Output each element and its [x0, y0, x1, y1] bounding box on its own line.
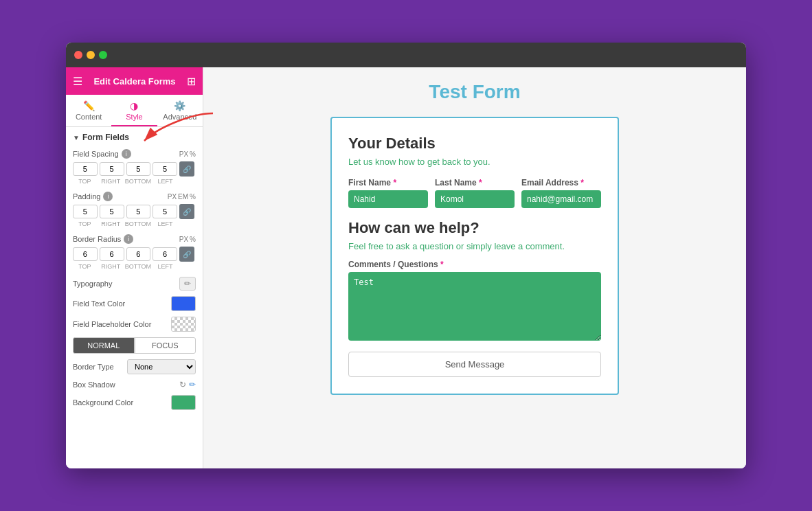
- border-radius-link-btn[interactable]: 🔗: [179, 247, 194, 262]
- padding-unit-group: PX EM %: [168, 193, 196, 201]
- border-radius-inputs: 🔗: [73, 247, 196, 262]
- email-input[interactable]: [521, 190, 601, 208]
- border-radius-side-labels: TOP RIGHT BOTTOM LEFT: [73, 263, 196, 270]
- typography-row: Typography ✏: [73, 277, 196, 291]
- browser-titlebar: [66, 43, 746, 67]
- tab-advanced[interactable]: ⚙️ Advanced: [157, 95, 203, 126]
- border-radius-label-row: Border Radius i PX %: [73, 234, 196, 244]
- section1-title: Your Details: [348, 135, 601, 152]
- send-message-button[interactable]: Send Message: [348, 352, 601, 377]
- border-radius-top[interactable]: [73, 247, 98, 261]
- field-spacing-label-row: Field Spacing i PX %: [73, 149, 196, 159]
- typography-label: Typography: [73, 280, 112, 288]
- border-radius-info-icon[interactable]: i: [124, 234, 133, 244]
- padding-side-labels: TOP RIGHT BOTTOM LEFT: [73, 220, 196, 227]
- form-container: Your Details Let us know how to get back…: [330, 117, 619, 395]
- border-type-select[interactable]: None Solid Dashed Dotted: [127, 359, 196, 374]
- section-header: ▼ Form Fields: [73, 133, 196, 142]
- email-group: Email Address *: [521, 178, 601, 208]
- padding-top[interactable]: [73, 205, 98, 218]
- padding-unit-em: EM: [178, 193, 188, 201]
- field-spacing-left[interactable]: [153, 162, 177, 176]
- border-type-label: Border Type: [73, 363, 114, 371]
- field-placeholder-color-swatch[interactable]: [171, 317, 196, 332]
- last-name-label: Last Name *: [435, 178, 515, 188]
- field-text-color-swatch[interactable]: [171, 296, 196, 311]
- background-color-swatch[interactable]: [171, 395, 196, 410]
- sidebar-tabs: ✏️ Content ◑ Style ⚙️ Advanced: [66, 95, 203, 127]
- box-shadow-controls: ↻ ✏: [179, 380, 196, 389]
- first-name-input[interactable]: [348, 190, 428, 208]
- minimize-button[interactable]: [87, 51, 95, 59]
- padding-row: Padding i PX EM % �: [73, 192, 196, 227]
- field-spacing-link-btn[interactable]: 🔗: [179, 161, 194, 177]
- padding-right[interactable]: [100, 205, 124, 218]
- field-spacing-unit: PX: [179, 150, 188, 158]
- arrow-annotation: [203, 106, 220, 148]
- focus-btn[interactable]: FOCUS: [135, 337, 196, 354]
- tab-content[interactable]: ✏️ Content: [66, 95, 111, 126]
- field-spacing-label: Field Spacing: [73, 150, 119, 158]
- label-right: RIGHT: [99, 178, 123, 185]
- field-spacing-bottom[interactable]: [126, 162, 151, 176]
- field-spacing-label-group: Field Spacing i: [73, 149, 131, 159]
- border-radius-label-group: Border Radius i: [73, 234, 133, 244]
- padding-left[interactable]: [153, 205, 177, 218]
- form-fields-section: ▼ Form Fields Field Spacing i PX %: [66, 127, 203, 421]
- border-radius-unit-group: PX %: [179, 236, 196, 243]
- comments-textarea[interactable]: Test: [348, 272, 601, 341]
- padding-link-btn[interactable]: 🔗: [179, 204, 194, 219]
- border-radius-unit: PX: [179, 236, 188, 243]
- box-shadow-edit-icon[interactable]: ✏: [189, 380, 196, 389]
- traffic-lights: [74, 51, 107, 59]
- field-spacing-row: Field Spacing i PX % 🔗: [73, 149, 196, 185]
- page-title: Test Form: [429, 81, 520, 103]
- tab-style[interactable]: ◑ Style: [111, 95, 157, 126]
- field-spacing-info-icon[interactable]: i: [122, 149, 131, 159]
- main-content: Test Form Your Details Let us know how t…: [203, 67, 746, 468]
- background-color-row: Background Color: [73, 395, 196, 410]
- padding-inputs: 🔗: [73, 204, 196, 219]
- field-spacing-unit-group: PX %: [179, 150, 196, 158]
- label-bottom: BOTTOM: [125, 178, 151, 185]
- field-spacing-inputs: 🔗: [73, 161, 196, 177]
- normal-btn[interactable]: NORMAL: [73, 337, 135, 354]
- label-top: TOP: [73, 178, 97, 185]
- field-spacing-side-labels: TOP RIGHT BOTTOM LEFT: [73, 178, 196, 185]
- padding-label-row: Padding i PX EM %: [73, 192, 196, 201]
- field-spacing-right[interactable]: [100, 162, 124, 176]
- last-name-group: Last Name *: [435, 178, 515, 208]
- style-icon: ◑: [114, 100, 154, 111]
- sidebar: ☰ Edit Caldera Forms ⊞ ✏️ Content ◑ Styl…: [66, 67, 203, 468]
- border-radius-bottom[interactable]: [126, 247, 151, 261]
- padding-bottom[interactable]: [126, 205, 151, 218]
- border-radius-left[interactable]: [153, 247, 177, 261]
- border-type-row: Border Type None Solid Dashed Dotted: [73, 359, 196, 374]
- sidebar-title: Edit Caldera Forms: [93, 76, 175, 87]
- label-left: LEFT: [153, 178, 177, 185]
- section-title: Form Fields: [82, 133, 129, 142]
- border-radius-label: Border Radius: [73, 235, 121, 243]
- padding-info-icon[interactable]: i: [103, 192, 113, 201]
- browser-window: ☰ Edit Caldera Forms ⊞ ✏️ Content ◑ Styl…: [66, 43, 746, 468]
- padding-percent: %: [190, 193, 196, 201]
- section2-title: How can we help?: [348, 219, 601, 237]
- refresh-icon[interactable]: ↻: [179, 380, 186, 389]
- comments-label: Comments / Questions *: [348, 260, 601, 269]
- border-radius-right[interactable]: [100, 247, 124, 261]
- close-button[interactable]: [74, 51, 82, 59]
- section-toggle-icon[interactable]: ▼: [73, 134, 80, 141]
- grid-icon[interactable]: ⊞: [187, 75, 196, 88]
- field-spacing-top[interactable]: [73, 162, 98, 176]
- email-label: Email Address *: [521, 178, 601, 188]
- typography-edit-btn[interactable]: ✏: [179, 277, 196, 291]
- hamburger-icon[interactable]: ☰: [73, 75, 82, 88]
- first-name-label: First Name *: [348, 178, 428, 188]
- field-text-color-row: Field Text Color: [73, 296, 196, 311]
- last-name-input[interactable]: [435, 190, 515, 208]
- background-color-label: Background Color: [73, 398, 133, 407]
- browser-content: ☰ Edit Caldera Forms ⊞ ✏️ Content ◑ Styl…: [66, 67, 746, 468]
- advanced-icon: ⚙️: [160, 100, 200, 111]
- maximize-button[interactable]: [99, 51, 107, 59]
- normal-focus-toggle: NORMAL FOCUS: [73, 337, 196, 354]
